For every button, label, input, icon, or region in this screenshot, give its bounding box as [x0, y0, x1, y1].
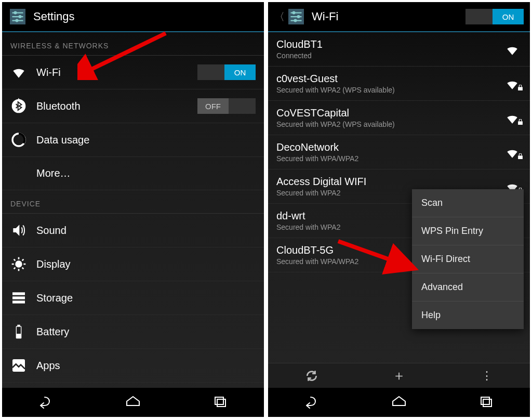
svg-point-19: [297, 15, 300, 18]
refresh-button[interactable]: [268, 363, 355, 388]
settings-sliders-icon[interactable]: [287, 7, 305, 26]
apps-icon: [10, 357, 27, 374]
network-item[interactable]: CoVESTCapitalSecured with WPA2 (WPS avai…: [268, 101, 530, 135]
network-status: Secured with WPA/WPA2: [276, 154, 503, 163]
svg-rect-11: [17, 325, 20, 327]
back-button[interactable]: [35, 394, 56, 411]
wifi-screen: 〈 Wi-Fi ON CloudBT1Connectedc0vest-Guest…: [268, 2, 530, 417]
sound-label: Sound: [36, 225, 256, 237]
svg-rect-23: [518, 155, 523, 159]
item-storage[interactable]: Storage: [2, 281, 264, 315]
network-status: Secured with WPA2 (WPS available): [276, 86, 503, 94]
navigation-bar: [268, 388, 530, 417]
item-more[interactable]: More…: [2, 157, 264, 190]
network-name: CloudBT1: [276, 38, 503, 50]
network-item[interactable]: c0vest-GuestSecured with WPA2 (WPS avail…: [268, 67, 530, 101]
add-network-button[interactable]: ＋: [355, 363, 443, 388]
svg-rect-15: [217, 399, 225, 407]
network-name: DecoNetwork: [276, 141, 503, 153]
item-data-usage[interactable]: Data usage: [2, 123, 264, 157]
data-usage-label: Data usage: [36, 134, 256, 146]
battery-label: Battery: [36, 326, 256, 338]
network-status: Connected: [276, 51, 503, 60]
settings-title: Settings: [33, 10, 258, 23]
svg-point-2: [19, 15, 22, 18]
svg-point-3: [16, 19, 19, 22]
wifi-label: Wi-Fi: [36, 67, 197, 78]
item-wifi[interactable]: Wi-Fi ON: [2, 56, 264, 89]
recents-button[interactable]: [210, 394, 231, 411]
svg-rect-21: [518, 87, 523, 90]
settings-screen: Settings WIRELESS & NETWORKS Wi-Fi ON Bl…: [2, 2, 264, 417]
item-sound[interactable]: Sound: [2, 214, 264, 247]
toggle-on-label: ON: [493, 9, 524, 24]
storage-label: Storage: [36, 292, 256, 304]
menu-help[interactable]: Help: [412, 302, 524, 329]
network-item[interactable]: CloudBT1Connected: [268, 32, 530, 67]
item-display[interactable]: Display: [2, 247, 264, 281]
display-label: Display: [36, 258, 256, 270]
menu-wps-pin[interactable]: WPS Pin Entry: [412, 217, 524, 245]
more-label: More…: [36, 167, 256, 179]
toggle-on-label: ON: [224, 64, 256, 80]
section-device: DEVICE: [2, 190, 264, 214]
bluetooth-icon: [10, 98, 27, 114]
settings-sliders-icon: [8, 7, 27, 26]
item-bluetooth[interactable]: Bluetooth OFF: [2, 89, 264, 123]
network-name: CoVESTCapital: [276, 107, 503, 119]
network-name: c0vest-Guest: [276, 73, 503, 85]
svg-rect-9: [12, 300, 25, 303]
svg-rect-8: [12, 296, 25, 299]
svg-rect-27: [481, 397, 489, 404]
overflow-menu-button[interactable]: ⋮: [443, 363, 530, 388]
item-battery[interactable]: Battery: [2, 315, 264, 349]
wifi-signal-icon: [503, 147, 522, 158]
wifi-header: 〈 Wi-Fi ON: [268, 2, 530, 32]
wifi-toggle[interactable]: ON: [197, 64, 256, 80]
back-button[interactable]: [301, 394, 322, 411]
home-button[interactable]: [123, 394, 143, 411]
svg-rect-7: [12, 292, 25, 295]
battery-icon: [10, 323, 27, 340]
svg-rect-12: [17, 327, 21, 334]
wifi-signal-icon: [503, 112, 522, 124]
wifi-master-toggle[interactable]: ON: [466, 9, 524, 24]
display-icon: [10, 256, 27, 272]
svg-point-20: [294, 19, 297, 22]
svg-rect-28: [483, 399, 491, 407]
home-button[interactable]: [389, 394, 409, 411]
menu-wifi-direct[interactable]: Wi-Fi Direct: [412, 245, 524, 273]
storage-icon: [10, 290, 27, 306]
data-usage-icon: [10, 132, 27, 148]
wifi-signal-icon: [503, 78, 522, 89]
network-name: Access Digital WIFI: [276, 176, 503, 188]
navigation-bar: [2, 388, 264, 417]
wifi-signal-icon: [503, 44, 522, 55]
svg-point-6: [15, 260, 22, 267]
overflow-menu: Scan WPS Pin Entry Wi-Fi Direct Advanced…: [412, 189, 524, 329]
sound-icon: [10, 222, 27, 239]
network-status: Secured with WPA2 (WPS available): [276, 120, 503, 128]
svg-point-18: [292, 11, 296, 15]
apps-label: Apps: [36, 360, 256, 372]
settings-list: WIRELESS & NETWORKS Wi-Fi ON Bluetooth O…: [2, 32, 264, 388]
network-item[interactable]: DecoNetworkSecured with WPA/WPA2: [268, 135, 530, 169]
toggle-off-label: OFF: [197, 98, 229, 114]
settings-header: Settings: [2, 2, 264, 32]
svg-rect-14: [215, 397, 223, 404]
svg-rect-22: [518, 121, 523, 125]
menu-scan[interactable]: Scan: [412, 189, 524, 217]
wifi-action-bar: ＋ ⋮: [268, 363, 530, 388]
bluetooth-label: Bluetooth: [36, 100, 197, 112]
back-caret-icon[interactable]: 〈: [274, 10, 285, 24]
item-apps[interactable]: Apps: [2, 349, 264, 383]
menu-advanced[interactable]: Advanced: [412, 273, 524, 302]
bluetooth-toggle[interactable]: OFF: [197, 98, 256, 114]
wifi-title: Wi-Fi: [312, 10, 466, 23]
svg-point-1: [14, 11, 17, 15]
section-wireless-networks: WIRELESS & NETWORKS: [2, 32, 264, 56]
recents-button[interactable]: [476, 394, 497, 411]
wifi-icon: [10, 64, 27, 81]
